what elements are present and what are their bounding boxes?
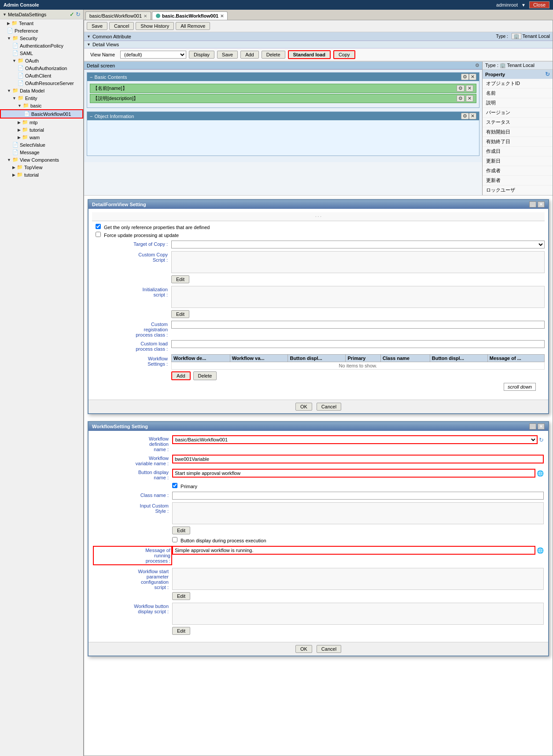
field-delete-btn[interactable]: ✕ (466, 85, 473, 92)
display-button[interactable]: Display (189, 51, 214, 59)
dialog-close-btn[interactable]: ✕ (538, 201, 545, 208)
wf-btn-display-textarea[interactable] (172, 603, 544, 625)
property-item-5[interactable]: 有効開始日 (483, 127, 553, 137)
gear-icon[interactable]: ⚙ (475, 63, 479, 68)
init-script-edit-btn[interactable]: Edit (171, 310, 189, 318)
wf-dialog-ok-btn[interactable]: OK (295, 645, 312, 653)
wf-dialog-close-btn[interactable]: ✕ (538, 423, 545, 430)
property-item-9[interactable]: 作成者 (483, 166, 553, 176)
sidebar-item-saml[interactable]: 📄 SAML (0, 49, 83, 57)
workflow-delete-btn[interactable]: Delete (193, 371, 217, 380)
sidebar-item-selectvalue[interactable]: 📄 SelectValue (0, 141, 83, 148)
copy-button[interactable]: Copy (333, 50, 355, 59)
sidebar-item-oauth-client[interactable]: 📄 OAuthClient (0, 72, 83, 79)
property-item-3[interactable]: バージョン (483, 108, 553, 118)
detail-views-header[interactable]: ▼ Detail Views (84, 41, 553, 48)
checkbox-force-update[interactable] (96, 232, 101, 237)
standard-load-button[interactable]: Standard load (288, 50, 331, 59)
wf-start-param-textarea[interactable] (172, 568, 544, 590)
view-name-select[interactable]: (default) (120, 51, 186, 59)
cancel-button[interactable]: Cancel (109, 22, 134, 30)
all-remove-button[interactable]: All Remove (176, 22, 210, 30)
dialog-minimize-btn[interactable]: _ (529, 201, 536, 208)
sidebar-item-basic[interactable]: ▼ 📁 basic (0, 102, 83, 109)
field-settings-btn[interactable]: ⚙ (457, 85, 465, 92)
property-item-6[interactable]: 有効終了日 (483, 137, 553, 147)
property-item-8[interactable]: 更新日 (483, 156, 553, 166)
custom-copy-textarea[interactable] (171, 251, 545, 273)
sidebar-item-tutorial[interactable]: ▶ 📁 tutorial (0, 126, 83, 133)
property-refresh-icon[interactable]: ↻ (545, 71, 550, 78)
dialog-ok-btn[interactable]: OK (295, 403, 312, 411)
sidebar-item-preference[interactable]: 📄 Preference (0, 27, 83, 34)
save-view-button[interactable]: Save (217, 51, 238, 59)
sidebar-item-basicworkflow[interactable]: 📄 BasicWorkflow001 (0, 109, 83, 119)
tab1-close-icon[interactable]: ✕ (144, 14, 147, 19)
sidebar-item-entity[interactable]: ▼ 📁 Entity (0, 94, 83, 102)
oi-settings-btn[interactable]: ⚙ (461, 113, 469, 119)
wf-dialog-min-btn[interactable]: _ (529, 423, 536, 430)
wf-start-param-edit-btn[interactable]: Edit (172, 592, 190, 600)
custom-reg-label: Custom registration process class : (92, 321, 171, 337)
custom-load-input[interactable] (171, 340, 545, 348)
sidebar-item-mtp[interactable]: ▶ 📁 mtp (0, 119, 83, 126)
custom-copy-edit-btn[interactable]: Edit (171, 275, 189, 283)
tab-2[interactable]: basic.BasicWorkflow001 ✕ (152, 11, 228, 20)
close-button[interactable]: Close (529, 1, 549, 8)
workflow-add-btn[interactable]: Add (171, 371, 191, 380)
checkbox-ref-props[interactable] (96, 224, 101, 229)
tab-1[interactable]: basic/BasicWorkflow001 ✕ (85, 11, 151, 20)
sidebar-item-wam[interactable]: ▶ 📁 wam (0, 133, 83, 141)
msg-running-icon[interactable]: 🌐 (537, 547, 544, 554)
add-view-button[interactable]: Add (240, 51, 259, 59)
custom-reg-input[interactable] (171, 321, 545, 329)
input-custom-edit-btn[interactable]: Edit (172, 526, 190, 534)
tab2-close-icon[interactable]: ✕ (220, 14, 224, 19)
btn-display-input[interactable] (172, 469, 535, 478)
property-item-10[interactable]: 更新者 (483, 176, 553, 185)
property-item-4[interactable]: ステータス (483, 118, 553, 127)
field-desc-delete-btn[interactable]: ✕ (466, 95, 473, 102)
delete-view-button[interactable]: Delete (262, 51, 285, 59)
sidebar-item-tutorial2[interactable]: ▶ 📁 tutorial (0, 171, 83, 178)
oi-close-btn[interactable]: ✕ (469, 113, 476, 119)
sidebar-item-datamodel[interactable]: ▼ 📁 Data Model (0, 87, 83, 94)
save-button[interactable]: Save (87, 22, 107, 30)
dialog-cancel-btn[interactable]: Cancel (317, 403, 341, 411)
bc-settings-btn[interactable]: ⚙ (461, 74, 469, 80)
show-history-button[interactable]: Show History (136, 22, 174, 30)
wf-btn-display-edit-btn[interactable]: Edit (172, 627, 190, 635)
property-item-7[interactable]: 作成日 (483, 147, 553, 156)
bc-close-btn[interactable]: ✕ (469, 74, 476, 80)
refresh-icon[interactable]: ↻ (76, 11, 81, 18)
target-copy-select[interactable] (171, 241, 545, 248)
property-item-11[interactable]: ロックユーザ (483, 185, 553, 195)
wf-def-refresh-icon[interactable]: ↻ (539, 437, 544, 443)
sidebar-item-message[interactable]: 📄 Message (0, 148, 83, 156)
sidebar-item-topview[interactable]: ▶ 📁 TopView (0, 163, 83, 171)
init-script-textarea[interactable] (171, 286, 545, 308)
property-item-0[interactable]: オブジェクトID (483, 79, 553, 89)
field-desc-settings-btn[interactable]: ⚙ (457, 95, 465, 102)
sidebar-item-oauth-resource[interactable]: 📄 OAuthResourceServer (0, 79, 83, 87)
btn-during-exec-checkbox[interactable] (172, 537, 177, 542)
sidebar-item-oauth-auth[interactable]: 📄 OAuthAuthorization (0, 64, 83, 72)
property-item-1[interactable]: 名前 (483, 89, 553, 98)
property-item-2[interactable]: 説明 (483, 98, 553, 108)
sidebar-item-viewcomponents[interactable]: ▼ 📁 View Components (0, 156, 83, 163)
msg-running-input[interactable] (172, 546, 535, 555)
primary-checkbox[interactable] (172, 483, 177, 488)
sidebar-item-oauth[interactable]: ▼ 📁 OAuth (0, 57, 83, 64)
class-name-input[interactable] (172, 492, 544, 500)
btn-display-icon[interactable]: 🌐 (537, 470, 544, 477)
sidebar-item-security[interactable]: ▼ 📁 Security (0, 34, 83, 42)
wf-var-name-input[interactable] (172, 455, 544, 463)
wf-dialog-cancel-btn[interactable]: Cancel (317, 645, 341, 653)
wf-def-name-select[interactable]: basic/BasicWorkflow001 (172, 435, 538, 444)
check-icon[interactable]: ✓ (70, 11, 74, 18)
msg-label: Message (20, 150, 40, 155)
common-attr-header[interactable]: ▼ Common Attribute Type : 🏢 Tenant Local (84, 32, 553, 41)
input-custom-textarea[interactable] (172, 502, 544, 524)
sidebar-item-tenant[interactable]: ▶ 📁 Tenant (0, 19, 83, 27)
sidebar-item-authpolicy[interactable]: 📄 AuthenticationPolicy (0, 42, 83, 49)
